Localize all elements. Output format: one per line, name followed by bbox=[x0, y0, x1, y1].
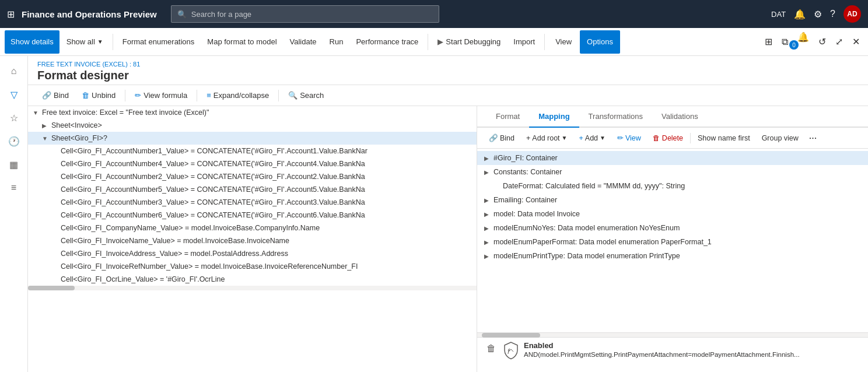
map-format-button[interactable]: Map format to model bbox=[201, 30, 282, 54]
map-sep bbox=[690, 133, 691, 143]
grid-icon[interactable]: ⊞ bbox=[7, 9, 15, 20]
ribbon-right-icons: ⊞ ⧉ 🔔 0 ↺ ⤢ ✕ bbox=[761, 29, 863, 54]
group-view-button[interactable]: Group view bbox=[757, 132, 803, 145]
tree-item[interactable]: Cell<Giro_FI_AccountNumber3_Value> = CON… bbox=[28, 196, 477, 209]
map-item-selected[interactable]: ▶ #Giro_FI: Container bbox=[477, 151, 868, 165]
global-search[interactable]: 🔍 bbox=[171, 5, 439, 23]
map-item-label: DateFormat: Calculated field = "MMMM dd,… bbox=[503, 182, 685, 190]
map-arrow: ▶ bbox=[484, 197, 494, 203]
map-item[interactable]: DateFormat: Calculated field = "MMMM dd,… bbox=[477, 179, 868, 193]
unbind-button[interactable]: 🗑 Unbind bbox=[77, 89, 120, 102]
map-item-label: modelEnumPaperFormat: Data model enumera… bbox=[494, 238, 712, 246]
tree-item[interactable]: Cell<Giro_FI_CompanyName_Value> = model.… bbox=[28, 222, 477, 234]
more-options-button[interactable]: ··· bbox=[806, 132, 820, 145]
options-tab-button[interactable]: Options bbox=[580, 30, 620, 54]
delete-button[interactable]: 🗑 Delete bbox=[648, 132, 688, 145]
map-item[interactable]: ▶ modelEnumPrintType: Data model enumera… bbox=[477, 249, 868, 263]
map-item[interactable]: ▶ modelEnumNoYes: Data model enumeration… bbox=[477, 221, 868, 235]
mapping-tabs: Format Mapping Transformations Validatio… bbox=[477, 106, 868, 128]
map-item-label: modelEnumPrintType: Data model enumerati… bbox=[494, 252, 680, 260]
map-item[interactable]: ▶ Constants: Container bbox=[477, 165, 868, 179]
show-details-button[interactable]: Show details bbox=[5, 30, 60, 54]
help-icon[interactable]: ? bbox=[830, 9, 835, 19]
tree-item[interactable]: Cell<Giro_FI_InvoiceAddress_Value> = mod… bbox=[28, 247, 477, 260]
map-item-label: Emailing: Container bbox=[494, 196, 557, 204]
app-title: Finance and Operations Preview bbox=[22, 9, 157, 19]
search-button[interactable]: 🔍 Search bbox=[284, 89, 328, 102]
import-button[interactable]: Import bbox=[508, 30, 541, 54]
expand-collapse-button[interactable]: ≡ Expand/collapse bbox=[202, 89, 274, 102]
mapping-pane: Format Mapping Transformations Validatio… bbox=[477, 106, 868, 372]
tab-transformations[interactable]: Transformations bbox=[579, 106, 652, 128]
add-root-button[interactable]: + Add root ▼ bbox=[522, 132, 572, 145]
start-debugging-button[interactable]: ▶ Start Debugging bbox=[432, 30, 506, 54]
show-name-first-button[interactable]: Show name first bbox=[693, 132, 755, 145]
tree-item[interactable]: Cell<Giro_FI_InvoiceRefNumber_Value> = m… bbox=[28, 260, 477, 273]
mapping-footer: 🗑 f Enabled AND(model.PrintMgmtSetting.P… bbox=[477, 337, 868, 372]
tree-item[interactable]: Cell<Giro_FI_AccountNumber6_Value> = CON… bbox=[28, 209, 477, 222]
avatar[interactable]: AD bbox=[844, 5, 861, 23]
tab-format[interactable]: Format bbox=[487, 106, 529, 128]
view-tab-button[interactable]: View bbox=[548, 30, 579, 54]
tree-item[interactable]: Cell<Giro_FI_AccountNumber1_Value> = CON… bbox=[28, 145, 477, 157]
performance-trace-button[interactable]: Performance trace bbox=[350, 30, 424, 54]
map-item-label: #Giro_FI: Container bbox=[494, 154, 558, 162]
mapping-bind-button[interactable]: 🔗 Bind bbox=[484, 131, 519, 145]
mapping-horizontal-scrollbar[interactable] bbox=[477, 332, 868, 337]
tree-item[interactable]: Cell<Giro_FI_AccountNumber4_Value> = CON… bbox=[28, 157, 477, 170]
bind-button[interactable]: 🔗 Bind bbox=[37, 89, 74, 102]
sidebar-icon-home[interactable]: ⌂ bbox=[4, 61, 24, 82]
tree-horizontal-scrollbar[interactable] bbox=[28, 286, 477, 290]
open-new-window-button[interactable]: ⤢ bbox=[832, 34, 846, 50]
view-button[interactable]: ✏ View bbox=[612, 131, 646, 145]
tree-root-item[interactable]: ▼ Free text invoice: Excel = "Free text … bbox=[28, 106, 477, 119]
notification-icon[interactable]: 🔔 bbox=[794, 9, 806, 20]
page-title: Format designer bbox=[37, 69, 859, 82]
map-arrow: ▶ bbox=[484, 225, 494, 231]
sidebar-icon-star[interactable]: ☆ bbox=[4, 107, 24, 128]
mapping-tree: ▶ #Giro_FI: Container ▶ Constants: Conta… bbox=[477, 149, 868, 332]
sidebar-icon-recent[interactable]: 🕐 bbox=[4, 131, 24, 152]
tree-root-label: Free text invoice: Excel = "Free text in… bbox=[42, 108, 209, 117]
breadcrumb[interactable]: FREE TEXT INVOICE (EXCEL) : 81 bbox=[37, 61, 859, 68]
footer-trash-icon[interactable]: 🗑 bbox=[484, 341, 498, 356]
sidebar-icon-filter[interactable]: ▽ bbox=[4, 84, 24, 105]
tab-mapping[interactable]: Mapping bbox=[529, 106, 579, 128]
tree-item[interactable]: ▶ Sheet<Invoice> bbox=[28, 119, 477, 132]
map-item[interactable]: ▶ model: Data model Invoice bbox=[477, 207, 868, 221]
mapping-scroll-thumb[interactable] bbox=[482, 333, 540, 338]
tree-item[interactable]: Cell<Giro_FI_InvoiceName_Value> = model.… bbox=[28, 234, 477, 247]
tree-item-selected[interactable]: ▼ Sheet<Giro_FI>? bbox=[28, 132, 477, 145]
settings-icon[interactable]: ⚙ bbox=[814, 9, 822, 20]
map-arrow: ▶ bbox=[484, 211, 494, 217]
show-all-label: Show all bbox=[66, 37, 95, 46]
tree-item-label: Cell<Giro_FI_OcrLine_Value> = '#Giro_FI'… bbox=[61, 275, 225, 283]
sidebar-icon-calendar[interactable]: ▦ bbox=[4, 154, 24, 175]
sync-button[interactable]: ↺ bbox=[815, 34, 830, 50]
tab-validations[interactable]: Validations bbox=[652, 106, 708, 128]
tree-item-label: Cell<Giro_FI_InvoiceAddress_Value> = mod… bbox=[61, 250, 288, 258]
show-all-button[interactable]: Show all ▼ bbox=[61, 30, 109, 54]
run-button[interactable]: Run bbox=[324, 30, 349, 54]
ribbon-sep-2 bbox=[428, 34, 428, 50]
map-item[interactable]: ▶ Emailing: Container bbox=[477, 193, 868, 207]
validate-button[interactable]: Validate bbox=[284, 30, 323, 54]
global-search-input[interactable] bbox=[191, 10, 433, 19]
delete-icon: 🗑 bbox=[653, 134, 660, 142]
sidebar-icon-list[interactable]: ≡ bbox=[4, 177, 24, 198]
map-arrow: ▶ bbox=[484, 239, 494, 245]
close-button[interactable]: ✕ bbox=[849, 34, 863, 50]
tree-item[interactable]: Cell<Giro_FI_AccountNumber5_Value> = CON… bbox=[28, 183, 477, 196]
tree-item-label: Cell<Giro_FI_AccountNumber1_Value> = CON… bbox=[61, 147, 368, 155]
filter-icon-button[interactable]: ⊞ bbox=[761, 34, 776, 50]
tree-item[interactable]: Cell<Giro_FI_OcrLine_Value> = '#Giro_FI'… bbox=[28, 273, 477, 286]
map-item[interactable]: ▶ modelEnumPaperFormat: Data model enume… bbox=[477, 235, 868, 249]
environment-label: DAT bbox=[771, 10, 786, 19]
add-button[interactable]: + Add ▼ bbox=[575, 132, 610, 145]
mapping-bind-icon: 🔗 bbox=[489, 134, 498, 142]
tree-scroll-thumb[interactable] bbox=[28, 286, 75, 290]
format-enumerations-button[interactable]: Format enumerations bbox=[117, 30, 201, 54]
tree-item[interactable]: Cell<Giro_FI_AccountNumber2_Value> = CON… bbox=[28, 170, 477, 183]
map-arrow: ▶ bbox=[484, 253, 494, 259]
view-formula-button[interactable]: ✏ View formula bbox=[130, 89, 192, 102]
